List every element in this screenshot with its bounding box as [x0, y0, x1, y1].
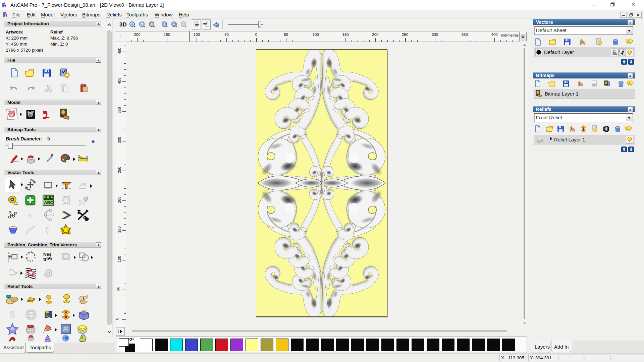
svg-text:S: S [10, 309, 15, 319]
svg-text:b: b [46, 314, 48, 317]
svg-text:r: r [31, 259, 34, 262]
svg-text:n: n [33, 256, 37, 259]
svg-text:e: e [28, 251, 31, 254]
svg-text:ABC: ABC [44, 200, 53, 205]
svg-text:1:1: 1:1 [163, 23, 166, 26]
